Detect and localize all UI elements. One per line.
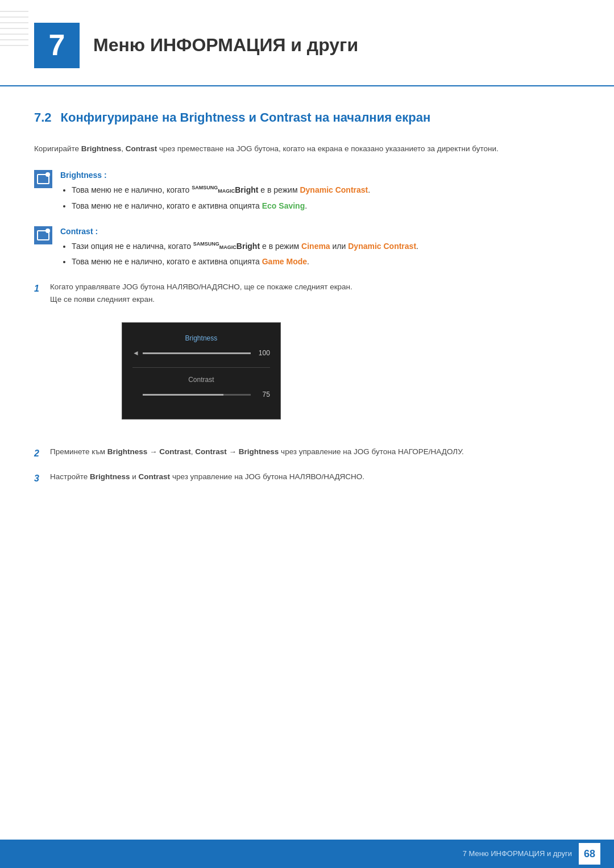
step-1-number: 1 (34, 281, 50, 296)
osd-box: Brightness ◄ 100 Contrast (122, 322, 281, 420)
brightness-bullet-2: Това меню не е налично, когато е активна… (72, 200, 370, 213)
contrast-bullet-2: Това меню не е налично, когато е активна… (72, 255, 418, 268)
footer-text: 7 Меню ИНФОРМАЦИЯ и други (463, 848, 572, 860)
osd-contrast-label: Contrast (188, 376, 214, 384)
osd-brightness-track (143, 352, 251, 354)
osd-brightness-label: Brightness (185, 334, 218, 342)
brightness-note-icon (34, 170, 52, 188)
brightness-bullet-list: Това меню не е налично, когато SAMSUNGMA… (60, 184, 370, 212)
footer-page-number: 68 (579, 843, 600, 865)
contrast-note-block: Contrast : Тази опция не е налична, кога… (34, 225, 580, 271)
contrast-label: Contrast : (60, 225, 418, 238)
section-title: Конфигуриране на Brightness и Contrast н… (61, 110, 431, 124)
page-footer: 7 Меню ИНФОРМАЦИЯ и други 68 (0, 840, 614, 868)
chapter-title: Меню ИНФОРМАЦИЯ и други (93, 23, 358, 60)
contrast-note-content: Contrast : Тази опция не е налична, кога… (60, 225, 418, 271)
osd-container: Brightness ◄ 100 Contrast (50, 322, 352, 420)
main-content: 7.2Конфигуриране на Brightness и Contras… (0, 109, 614, 542)
osd-contrast-fill (143, 394, 224, 396)
chapter-number: 7 (34, 23, 80, 68)
osd-divider (132, 367, 270, 368)
osd-left-arrow: ◄ (132, 348, 139, 359)
osd-contrast-track (143, 394, 251, 396)
page-header: 7 Меню ИНФОРМАЦИЯ и други (0, 0, 614, 86)
osd-brightness-value: 100 (254, 348, 270, 359)
section-heading: 7.2Конфигуриране на Brightness и Contras… (34, 109, 580, 127)
corner-decoration (0, 0, 28, 51)
brightness-note-block: Brightness : Това меню не е налично, ког… (34, 169, 580, 215)
step-2: 2 Преминете към Brightness → Contrast, C… (34, 446, 580, 461)
brightness-note-content: Brightness : Това меню не е налично, ког… (60, 169, 370, 215)
intro-paragraph: Коригирайте Brightness, Contrast чрез пр… (34, 143, 580, 155)
osd-brightness-slider: ◄ 100 (132, 348, 270, 359)
contrast-bullet-1: Тази опция не е налична, когато SAMSUNGM… (72, 240, 418, 253)
step-1-text: Когато управлявате JOG бутона НАЛЯВО/НАД… (50, 281, 352, 435)
contrast-note-icon (34, 226, 52, 244)
section-number: 7.2 (34, 110, 52, 124)
brightness-bullet-1: Това меню не е налично, когато SAMSUNGMA… (72, 184, 370, 197)
step-3-text: Настройте Brightness и Contrast чрез упр… (50, 471, 364, 483)
brightness-label: Brightness : (60, 169, 370, 181)
contrast-bullet-list: Тази опция не е налична, когато SAMSUNGM… (60, 240, 418, 268)
osd-contrast-value: 75 (254, 389, 270, 401)
step-2-number: 2 (34, 446, 50, 461)
step-3-number: 3 (34, 471, 50, 486)
osd-contrast-slider: ◄ 75 (132, 389, 270, 401)
osd-brightness-fill (143, 352, 251, 354)
step-1: 1 Когато управлявате JOG бутона НАЛЯВО/Н… (34, 281, 580, 435)
step-3: 3 Настройте Brightness и Contrast чрез у… (34, 471, 580, 486)
step-2-text: Преминете към Brightness → Contrast, Con… (50, 446, 464, 458)
